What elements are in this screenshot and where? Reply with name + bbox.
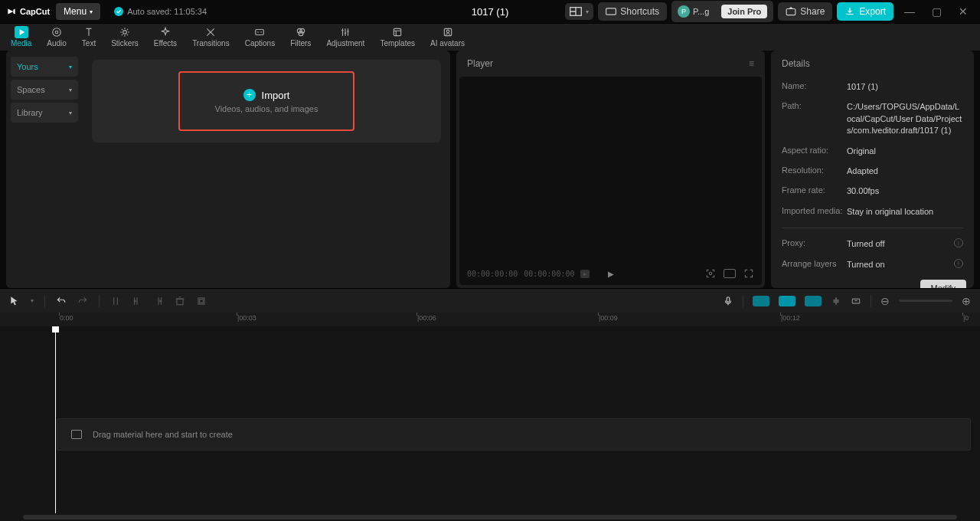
undo-button[interactable] — [56, 296, 67, 306]
ruler-mark: |00:03 — [237, 314, 256, 322]
mic-button[interactable] — [723, 296, 733, 306]
player-viewport: 00:00:00:00 00:00:00:00 ▸ ▶ — [459, 77, 762, 285]
tool-media[interactable]: Media — [3, 24, 39, 51]
pointer-dropdown[interactable]: ▾ — [31, 297, 34, 304]
media-side-nav: Yours▾ Spaces▾ Library▾ — [6, 51, 83, 288]
detail-aspect-label: Aspect ratio: — [782, 146, 847, 157]
share-button[interactable]: Share — [778, 2, 832, 21]
detail-layers-value: Turned on — [847, 259, 885, 270]
app-logo: CapCut — [6, 6, 50, 17]
tool-stickers[interactable]: Stickers — [103, 24, 146, 51]
nav-spaces[interactable]: Spaces▾ — [11, 80, 78, 100]
scrollbar-thumb[interactable] — [23, 515, 957, 519]
export-button[interactable]: Export — [837, 2, 893, 21]
tool-audio[interactable]: Audio — [39, 24, 74, 51]
align-button[interactable] — [831, 296, 841, 306]
details-header: Details — [771, 51, 974, 77]
tool-templates[interactable]: Templates — [372, 24, 423, 51]
play-button[interactable]: ▶ — [608, 270, 614, 278]
nav-library[interactable]: Library▾ — [11, 103, 78, 123]
shortcuts-button[interactable]: Shortcuts — [598, 2, 667, 21]
tool-label: Filters — [290, 39, 311, 48]
player-title: Player — [467, 58, 493, 69]
plus-icon: + — [243, 89, 256, 101]
ruler-mark: |00:06 — [417, 314, 436, 322]
tool-effects[interactable]: Effects — [146, 24, 185, 51]
tool-label: Adjustment — [326, 39, 364, 48]
nav-yours[interactable]: Yours▾ — [11, 57, 78, 77]
autosave-status: Auto saved: 11:05:34 — [114, 7, 207, 16]
tool-adjustment[interactable]: Adjustment — [318, 24, 372, 51]
tool-label: AI avatars — [430, 39, 465, 48]
zoom-in-button[interactable]: ⊕ — [962, 295, 971, 307]
aspect-ratio-button[interactable]: ▾ — [565, 3, 593, 20]
minimize-button[interactable]: — — [898, 5, 921, 18]
user-segment[interactable]: P P...g — [671, 2, 715, 21]
trim-right-button[interactable] — [153, 296, 164, 306]
text-icon — [83, 27, 95, 38]
detail-fps-label: Frame rate: — [782, 185, 847, 197]
player-menu-icon[interactable]: ≡ — [749, 58, 754, 69]
timeline-ruler[interactable]: 0:00 |00:03 |00:06 |00:09 |00:12 |0 — [0, 313, 980, 326]
horizontal-scrollbar[interactable] — [0, 513, 980, 521]
svg-point-13 — [709, 272, 712, 275]
autosave-text: Auto saved: 11:05:34 — [127, 7, 207, 16]
details-body: Name:1017 (1) Path:C:/Users/TOPGUS/AppDa… — [771, 77, 974, 275]
capcut-logo-icon — [6, 6, 17, 17]
playhead[interactable] — [55, 326, 56, 513]
detail-fps-value: 30.00fps — [847, 185, 879, 197]
detail-layers-label: Arrange layers — [782, 259, 847, 270]
share-icon — [786, 7, 796, 16]
zoom-out-button[interactable]: ⊖ — [880, 295, 890, 307]
tool-ai-avatars[interactable]: AI avatars — [423, 24, 472, 51]
snap-button[interactable] — [851, 296, 861, 306]
ratio-icon[interactable] — [724, 269, 736, 278]
detail-media-value: Stay in original location — [847, 206, 933, 218]
track-toggle-1[interactable] — [753, 296, 769, 306]
project-title: 1017 (1) — [472, 6, 508, 18]
user-name: P...g — [693, 7, 709, 16]
time-expand-icon[interactable]: ▸ — [580, 270, 590, 278]
drop-track[interactable]: Drag material here and start to create — [57, 418, 971, 451]
zoom-slider[interactable] — [899, 300, 952, 302]
close-button[interactable]: ✕ — [952, 5, 974, 18]
join-pro-button[interactable]: Join Pro — [715, 1, 773, 22]
tool-captions[interactable]: Captions — [237, 24, 283, 51]
fullscreen-icon[interactable] — [743, 268, 754, 279]
scan-icon[interactable] — [705, 268, 716, 279]
shortcuts-label: Shortcuts — [620, 6, 659, 17]
tool-filters[interactable]: Filters — [283, 24, 318, 51]
tool-label: Text — [82, 39, 96, 48]
import-button[interactable]: + Import Videos, audios, and images — [178, 71, 354, 131]
maximize-button[interactable]: ▢ — [926, 5, 948, 18]
app-name: CapCut — [20, 7, 50, 16]
redo-button[interactable] — [77, 296, 88, 306]
svg-point-4 — [55, 31, 58, 34]
detail-resolution-value: Adapted — [847, 165, 878, 177]
ruler-mark: |00:09 — [599, 314, 618, 322]
info-icon[interactable]: i — [954, 259, 963, 268]
trim-left-button[interactable] — [132, 296, 142, 306]
info-icon[interactable]: i — [954, 238, 963, 247]
import-dropzone: + Import Videos, audios, and images — [92, 60, 441, 143]
details-panel: Details Name:1017 (1) Path:C:/Users/TOPG… — [771, 51, 974, 288]
detail-name-label: Name: — [782, 81, 847, 93]
svg-rect-16 — [200, 299, 204, 303]
divider — [44, 295, 45, 307]
split-button[interactable] — [110, 296, 121, 306]
timeline-tracks[interactable]: Drag material here and start to create — [0, 326, 980, 513]
nav-label: Yours — [17, 62, 38, 71]
delete-button[interactable] — [175, 296, 185, 306]
pointer-tool[interactable] — [9, 296, 20, 306]
drop-hint: Drag material here and start to create — [93, 430, 233, 439]
tool-text[interactable]: Text — [74, 24, 103, 51]
crop-button[interactable] — [196, 296, 207, 306]
track-toggle-3[interactable] — [805, 296, 822, 306]
track-toggle-2[interactable] — [779, 296, 795, 306]
menu-button[interactable]: Menu ▾ — [56, 3, 100, 20]
tool-transitions[interactable]: Transitions — [185, 24, 237, 51]
title-bar: CapCut Menu ▾ Auto saved: 11:05:34 1017 … — [0, 0, 980, 23]
time-current: 00:00:00:00 — [467, 270, 518, 278]
svg-rect-17 — [727, 297, 730, 301]
nav-label: Spaces — [17, 85, 45, 94]
